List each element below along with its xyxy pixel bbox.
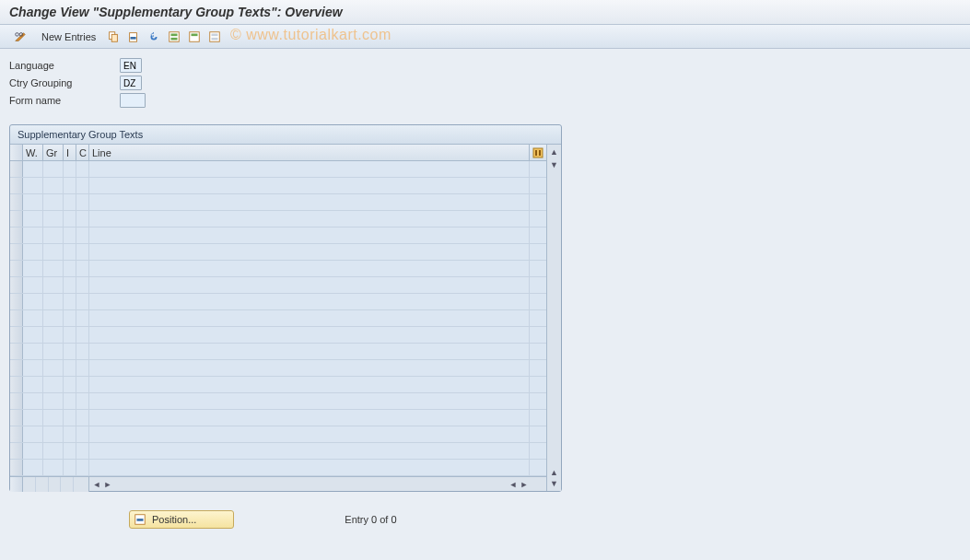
table-row[interactable] (10, 360, 546, 377)
row-selector[interactable] (10, 310, 23, 326)
svg-point-0 (16, 32, 19, 36)
scroll-left-inner-icon[interactable]: ◄ (508, 479, 519, 490)
delete-button[interactable] (124, 28, 143, 46)
table-row[interactable] (10, 344, 546, 360)
svg-rect-11 (210, 31, 220, 41)
table-row[interactable] (10, 194, 546, 211)
hscroll-corner (10, 477, 23, 492)
svg-rect-16 (539, 150, 541, 156)
col-header-c[interactable]: C (76, 145, 89, 160)
table-row[interactable] (10, 393, 546, 410)
copy-as-button[interactable] (104, 28, 123, 46)
row-selector[interactable] (10, 360, 23, 376)
row-selector[interactable] (10, 194, 23, 210)
deselect-all-button[interactable] (205, 28, 224, 46)
row-selector[interactable] (10, 393, 23, 409)
table-row[interactable] (10, 443, 546, 460)
row-selector[interactable] (10, 211, 23, 227)
row-selector[interactable] (10, 410, 23, 426)
row-selector[interactable] (10, 178, 23, 193)
select-all-column[interactable] (10, 145, 23, 160)
table-row[interactable] (10, 244, 546, 261)
svg-rect-7 (171, 33, 178, 36)
ctry-grouping-label: Ctry Grouping (9, 77, 120, 88)
col-header-line[interactable]: Line (89, 145, 530, 160)
table-row[interactable] (10, 460, 546, 476)
table-row[interactable] (10, 327, 546, 344)
position-button[interactable]: Position... (129, 510, 234, 529)
table-row[interactable] (10, 377, 546, 393)
scroll-up-icon[interactable]: ▲ (549, 146, 560, 158)
table-row[interactable] (10, 211, 546, 228)
scroll-down-inner-icon[interactable]: ▼ (549, 159, 560, 170)
table-title: Supplementary Group Texts (10, 125, 561, 145)
svg-rect-8 (171, 37, 178, 40)
scroll-right-icon[interactable]: ► (519, 479, 530, 490)
svg-rect-10 (192, 33, 198, 36)
row-selector[interactable] (10, 294, 23, 309)
select-all-icon (168, 30, 181, 43)
svg-rect-5 (131, 37, 136, 40)
svg-rect-13 (212, 37, 218, 40)
table-row[interactable] (10, 410, 546, 426)
table-panel: Supplementary Group Texts W. Gr I C Line (9, 124, 562, 492)
table-row[interactable] (10, 426, 546, 443)
copy-icon (107, 30, 120, 43)
table-row[interactable] (10, 228, 546, 244)
table-row[interactable] (10, 161, 546, 178)
page-title: Change View "Supplementary Group Texts":… (0, 0, 970, 25)
footer-row: Position... Entry 0 of 0 (9, 510, 961, 529)
table-configure-button[interactable] (530, 145, 546, 160)
toggle-display-change-button[interactable] (7, 28, 33, 46)
ctry-grouping-row: Ctry Grouping (9, 76, 961, 90)
h-scrollbar[interactable]: ◄ ► ◄ ► (89, 479, 532, 490)
scroll-up-inner-icon[interactable]: ▲ (549, 467, 560, 478)
row-selector[interactable] (10, 460, 23, 475)
row-selector[interactable] (10, 244, 23, 260)
form-name-field[interactable] (120, 93, 146, 108)
h-scrollbar-row: ◄ ► ◄ ► (10, 476, 546, 491)
svg-rect-15 (535, 150, 537, 156)
scroll-left-icon[interactable]: ◄ (91, 479, 102, 490)
position-label: Position... (152, 514, 196, 525)
language-row: Language (9, 58, 961, 73)
entry-status: Entry 0 of 0 (345, 514, 396, 525)
row-selector[interactable] (10, 261, 23, 276)
svg-rect-9 (190, 31, 200, 41)
col-header-i[interactable]: I (64, 145, 76, 160)
watermark: © www.tutorialkart.com (230, 27, 392, 43)
col-header-w[interactable]: W. (23, 145, 43, 160)
svg-rect-3 (112, 34, 118, 41)
row-selector[interactable] (10, 426, 23, 442)
select-all-button[interactable] (165, 28, 183, 46)
row-selector[interactable] (10, 228, 23, 243)
table-row[interactable] (10, 261, 546, 277)
row-selector[interactable] (10, 277, 23, 293)
v-scrollbar[interactable]: ▲ ▼ ▲ ▼ (546, 145, 561, 491)
svg-rect-14 (533, 148, 543, 158)
row-selector[interactable] (10, 161, 23, 177)
toolbar: New Entries (0, 25, 970, 49)
table-row[interactable] (10, 277, 546, 294)
scroll-down-icon[interactable]: ▼ (549, 478, 560, 489)
scroll-right-inner-icon[interactable]: ► (102, 479, 113, 490)
row-selector[interactable] (10, 443, 23, 459)
select-block-button[interactable] (185, 28, 204, 46)
content-area: Language Ctry Grouping Form name Supplem… (0, 49, 970, 538)
table-row[interactable] (10, 178, 546, 194)
table-row[interactable] (10, 310, 546, 327)
language-field[interactable] (120, 58, 142, 73)
col-header-gr[interactable]: Gr (43, 145, 64, 160)
table-row[interactable] (10, 294, 546, 310)
ctry-grouping-field[interactable] (120, 76, 142, 90)
deselect-all-icon (208, 30, 221, 43)
position-icon (134, 513, 146, 526)
row-selector[interactable] (10, 327, 23, 343)
delete-icon (127, 30, 140, 43)
row-selector[interactable] (10, 344, 23, 359)
undo-button[interactable] (145, 28, 163, 46)
row-selector[interactable] (10, 377, 23, 392)
form-name-label: Form name (9, 95, 120, 106)
table-settings-icon (532, 147, 543, 158)
new-entries-button[interactable]: New Entries (35, 28, 102, 46)
